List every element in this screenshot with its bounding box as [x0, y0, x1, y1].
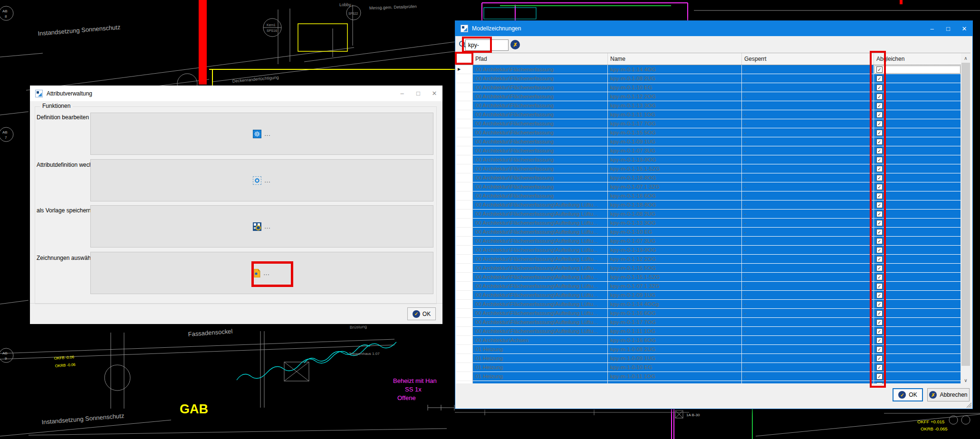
table-row[interactable]: 00 Architektur\Flächenerfassung\Aufteilu…: [456, 255, 961, 264]
cell-name[interactable]: kpy-m-0-1-18-8OG: [608, 173, 742, 182]
als-vorlage-speichern-button[interactable]: ...: [90, 205, 433, 248]
cell-name[interactable]: kpy-m-0-1-15 5OG: [608, 128, 742, 137]
cell-name[interactable]: kpy-m-0-1-07.1 3ZG: [608, 182, 742, 191]
cell-abgleichen[interactable]: ✓: [874, 191, 961, 200]
column-header-gesperrt[interactable]: Gesperrt: [742, 53, 874, 65]
abgleichen-checkbox[interactable]: ✓: [876, 211, 883, 217]
table-row[interactable]: 01 Heizungkpy-m-1-0-11 1OG-✓: [456, 372, 961, 381]
cell-name[interactable]: kpy-m-0-1-14 4OGg: [608, 300, 742, 309]
cell-gesperrt[interactable]: -: [742, 110, 874, 119]
table-row[interactable]: ▶00 Architektur\Flächenerfassungkpy-m-0-…: [456, 65, 961, 74]
row-selector-cell[interactable]: [456, 336, 473, 345]
cell-name[interactable]: kpy-m-0-1-15 5OG: [608, 264, 742, 273]
row-selector-cell[interactable]: [456, 246, 473, 255]
cell-abgleichen[interactable]: ✓: [874, 155, 961, 164]
cell-name[interactable]: kpy-m-0-1-16 6OG: [608, 309, 742, 318]
cell-abgleichen[interactable]: ✓: [874, 291, 961, 300]
abgleichen-checkbox[interactable]: ✓: [876, 283, 883, 289]
cell-abgleichen[interactable]: ✓: [874, 282, 961, 291]
cell-name[interactable]: kpy-m-0-1-08 2UG: [608, 74, 742, 83]
table-row[interactable]: 00 Architektur\Flächenerfassungkpy-m-0-1…: [456, 164, 961, 173]
abgleichen-checkbox[interactable]: ✓: [876, 220, 883, 226]
table-row[interactable]: 00 Architektur\Flächenerfassungkpy-m-0-1…: [456, 119, 961, 128]
cell-gesperrt[interactable]: -: [742, 182, 874, 191]
row-selector-cell[interactable]: [456, 164, 473, 173]
abgleichen-checkbox[interactable]: ✓: [876, 364, 883, 371]
row-selector-cell[interactable]: [456, 128, 473, 137]
row-selector-cell[interactable]: [456, 300, 473, 309]
table-row[interactable]: 00 Architektur\Flächenerfassung\Aufteilu…: [456, 273, 961, 282]
abgleichen-checkbox[interactable]: ✓: [876, 148, 883, 154]
abgleichen-checkbox[interactable]: ✓: [876, 337, 883, 344]
cell-name[interactable]: kpy-m-0-1-11 1OG: [608, 110, 742, 119]
row-selector-cell[interactable]: [456, 327, 473, 336]
cell-abgleichen[interactable]: ✓: [874, 128, 961, 137]
abgleichen-checkbox[interactable]: ✓: [876, 328, 883, 334]
cell-abgleichen[interactable]: ✓: [874, 336, 961, 345]
table-row[interactable]: 00 Architektur\Flächenerfassungkpy-m-0-1…: [456, 101, 961, 110]
cell-pfad[interactable]: 00 Architektur\Flächenerfassung: [473, 101, 608, 110]
cell-pfad[interactable]: 00 Architektur\Flächenerfassung\Aufteilu…: [473, 282, 608, 291]
abgleichen-checkbox[interactable]: ✓: [876, 157, 883, 163]
cell-abgleichen[interactable]: ✓: [874, 273, 961, 282]
cell-name[interactable]: kpy-m-0-1-19-9OG: [608, 246, 742, 255]
cell-gesperrt[interactable]: -: [742, 291, 874, 300]
cell-abgleichen[interactable]: ✓: [874, 83, 961, 92]
abgleichen-checkbox[interactable]: ✓: [876, 67, 883, 73]
cell-gesperrt[interactable]: -: [742, 173, 874, 182]
row-selector-cell[interactable]: [456, 237, 473, 246]
table-row[interactable]: 00 Architektur\Achsenkpy-m-0-1-16 6OG-✓: [456, 336, 961, 345]
abgleichen-checkbox[interactable]: ✓: [876, 184, 883, 190]
table-row[interactable]: 00 Architektur\Flächenerfassungkpy-m-0-1…: [456, 128, 961, 137]
cell-name[interactable]: kpy-m-0-1-09 1UG: [608, 291, 742, 300]
column-header-name[interactable]: Name: [608, 53, 742, 65]
definition-bearbeiten-button[interactable]: ...: [90, 113, 433, 155]
cell-gesperrt[interactable]: -: [742, 65, 874, 74]
cell-gesperrt[interactable]: -: [742, 282, 874, 291]
row-selector-cell[interactable]: [456, 255, 473, 264]
cell-abgleichen[interactable]: ✓: [874, 92, 961, 101]
cell-name[interactable]: kpy-m-0-1-16 6OG: [608, 191, 742, 200]
abgleichen-checkbox[interactable]: ✓: [876, 373, 883, 380]
cell-pfad[interactable]: 01 Heizung: [473, 363, 608, 372]
select-all-corner-cell[interactable]: [456, 53, 473, 65]
resize-grip[interactable]: [965, 401, 972, 408]
cell-name[interactable]: kpy-m-0-1-07.1 3ZG: [608, 282, 742, 291]
cell-pfad[interactable]: 00 Architektur\Flächenerfassung: [473, 128, 608, 137]
cell-abgleichen[interactable]: ✓: [874, 74, 961, 83]
abgleichen-checkbox[interactable]: ✓: [876, 130, 883, 136]
cell-pfad[interactable]: 00 Architektur\Flächenerfassung\Aufteilu…: [473, 200, 608, 210]
cell-pfad[interactable]: 00 Architektur\Flächenerfassung: [473, 164, 608, 173]
row-selector-cell[interactable]: [456, 291, 473, 300]
cell-abgleichen[interactable]: ✓: [874, 300, 961, 309]
cell-pfad[interactable]: 00 Architektur\Flächenerfassung\Aufteilu…: [473, 291, 608, 300]
table-row[interactable]: 01 Heizungkpy-m-1-0-09 1UG-✓: [456, 354, 961, 363]
cell-pfad[interactable]: 00 Architektur\Flächenerfassung: [473, 92, 608, 101]
clear-search-icon[interactable]: ✗: [510, 40, 520, 49]
scroll-up-icon[interactable]: ∧: [961, 53, 970, 63]
cell-name[interactable]: kpy-m-0-1-14 4OG: [608, 65, 742, 74]
table-row[interactable]: 00 Architektur\Flächenerfassung\Aufteilu…: [456, 309, 961, 318]
cell-abgleichen[interactable]: ✓: [874, 228, 961, 237]
cell-abgleichen[interactable]: ✓: [874, 246, 961, 255]
column-header-pfad[interactable]: Pfad: [473, 53, 608, 65]
cell-name[interactable]: kpy-m-1-0-08 2UG: [608, 345, 742, 354]
table-row[interactable]: 00 Architektur\Flächenerfassung\Aufteilu…: [456, 210, 961, 219]
row-selector-cell[interactable]: [456, 92, 473, 101]
cell-name[interactable]: kpy-m-0-1-13 3OG: [608, 219, 742, 228]
cell-pfad[interactable]: 00 Architektur\Flächenerfassung\Aufteilu…: [473, 318, 608, 327]
cell-pfad[interactable]: 00 Architektur\Flächenerfassung: [473, 137, 608, 146]
cell-gesperrt[interactable]: -: [742, 74, 874, 83]
row-selector-cell[interactable]: [456, 173, 473, 182]
cell-gesperrt[interactable]: -: [742, 228, 874, 237]
cell-name[interactable]: kpy-m-0-1-12 2OG: [608, 92, 742, 101]
cell-name[interactable]: kpy-m-0-1-16 6OG: [608, 336, 742, 345]
row-selector-cell[interactable]: [456, 74, 473, 83]
minimize-icon[interactable]: –: [924, 21, 940, 36]
cell-gesperrt[interactable]: -: [742, 191, 874, 200]
modellzeichnungen-titlebar[interactable]: Modellzeichnungen – □ ✕: [455, 21, 972, 36]
table-row[interactable]: 00 Architektur\Flächenerfassungkpy-m-0-1…: [456, 110, 961, 119]
abgleichen-checkbox[interactable]: ✓: [876, 121, 883, 127]
maximize-icon[interactable]: □: [410, 86, 426, 101]
cell-abgleichen[interactable]: ✓: [874, 182, 961, 191]
